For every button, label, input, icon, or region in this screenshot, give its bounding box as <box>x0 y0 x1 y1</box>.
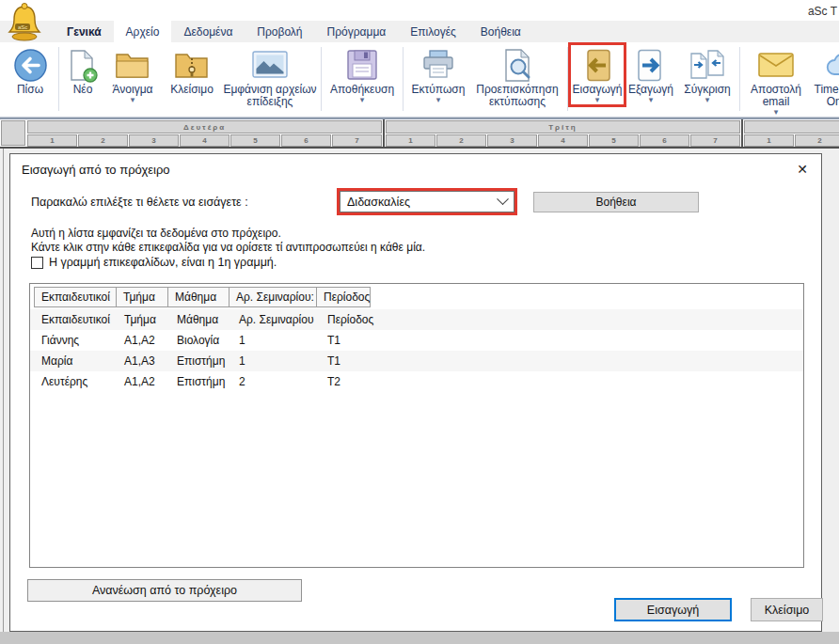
header-row-checkbox-label: Η γραμμή επικεφαλίδων, είναι η 1η γραμμή… <box>49 256 277 269</box>
chevron-down-icon <box>497 193 509 205</box>
cell-subject: Επιστήμη <box>169 354 231 368</box>
print-preview-icon <box>501 46 533 84</box>
tab-data[interactable]: Δεδομένα <box>171 21 245 42</box>
dropdown-caret-icon: ▾ <box>649 96 654 104</box>
import-type-dropdown[interactable]: Διδασκαλίες <box>340 191 514 212</box>
print-icon <box>421 46 455 84</box>
close-file-button[interactable]: Κλείσιμο <box>162 45 222 96</box>
clipboard-info-line2: Κάντε κλικ στην κάθε επικεφαλίδα για να … <box>31 241 425 254</box>
day-group-monday: Δευτέρα 1 2 3 4 5 6 7 <box>26 119 385 147</box>
import-icon <box>583 46 611 84</box>
open-button[interactable]: Άνοιγμα ▾ <box>103 45 162 104</box>
cell-seminar-no: Αρ. Σεμιναρίου <box>231 313 320 326</box>
column-header-seminar-no[interactable]: Αρ. Σεμιναρίου: <box>229 287 317 307</box>
day-name-label: Δευτέρα <box>27 120 382 134</box>
period-cell: 2 <box>436 134 486 147</box>
cell-class: Α1,Α2 <box>117 375 169 388</box>
table-row[interactable]: Γιάννης Α1,Α2 Βιολογία 1 Τ1 <box>30 330 803 351</box>
column-header-subject[interactable]: Μάθημα <box>167 287 230 307</box>
asc-bell-logo-icon: aSc <box>7 2 42 45</box>
tab-schedule[interactable]: Πρόγραμμα <box>315 21 399 42</box>
tab-options[interactable]: Επιλογές <box>398 21 468 42</box>
table-row[interactable]: Εκπαιδευτικοί Τμήμα Μάθημα Αρ. Σεμιναρίο… <box>30 309 803 330</box>
print-preview-label: Προεπισκόπηση εκτύπωσης <box>470 84 564 108</box>
title-bar: aSc T <box>0 0 839 21</box>
import-confirm-button[interactable]: Εισαγωγή <box>614 598 732 621</box>
period-cell: 4 <box>538 134 588 147</box>
cell-seminar-no: 1 <box>231 354 320 368</box>
print-preview-button[interactable]: Προεπισκόπηση εκτύπωσης <box>470 45 564 108</box>
send-email-button[interactable]: Αποστολή email ▾ <box>743 45 809 117</box>
open-folder-icon <box>115 46 150 84</box>
ribbon-separator <box>567 47 568 111</box>
import-button-ribbon[interactable]: Εισαγωγή ▾ <box>571 45 624 104</box>
cell-class: Α1,Α2 <box>117 334 169 347</box>
cell-seminar-no: 1 <box>231 334 320 347</box>
close-file-icon <box>174 46 210 84</box>
period-cell: 1 <box>386 134 435 147</box>
send-email-icon <box>758 46 794 84</box>
save-icon <box>346 46 378 84</box>
ribbon-separator <box>321 47 322 111</box>
import-from-clipboard-dialog: Εισαγωγή από το πρόχειρο ✕ Παρακαλώ επιλ… <box>9 153 822 632</box>
period-cell: 4 <box>180 134 230 147</box>
new-label: Νέο <box>73 84 93 96</box>
tab-general[interactable]: Γενικά <box>55 21 114 42</box>
tab-view[interactable]: Προβολή <box>245 21 314 42</box>
period-cell: 6 <box>640 134 689 147</box>
period-cell: 5 <box>230 134 280 147</box>
cell-period: Τ1 <box>320 354 374 368</box>
period-cell: 6 <box>281 134 331 147</box>
ribbon-toolbar: Πίσω Νέο Άνοιγμα ▾ <box>0 42 839 118</box>
column-header-teachers[interactable]: Εκπαιδευτικοί <box>34 287 117 307</box>
timetable-left-border <box>3 149 4 632</box>
period-cell: 7 <box>690 134 740 147</box>
save-button[interactable]: Αποθήκευση ▾ <box>325 45 400 104</box>
compare-button[interactable]: Σύγκριση ▾ <box>678 45 736 104</box>
new-button[interactable]: Νέο <box>62 45 103 96</box>
cell-subject: Μάθημα <box>169 313 231 326</box>
period-cell: 2 <box>78 134 128 147</box>
svg-text:aSc: aSc <box>18 24 27 30</box>
timetable-header-strip: Δευτέρα 1 2 3 4 5 6 7 Τρίτη 1 2 3 4 5 6 … <box>0 118 839 149</box>
table-row[interactable]: Μαρία Α1,Α3 Επιστήμη 1 Τ1 <box>30 351 803 371</box>
show-demo-files-button[interactable]: Εμφάνιση αρχείων επίδειξης <box>222 45 318 108</box>
close-file-label: Κλείσιμο <box>170 84 214 96</box>
cell-subject: Επιστήμη <box>169 375 231 388</box>
ribbon-separator <box>403 47 404 111</box>
cell-teachers: Εκπαιδευτικοί <box>34 313 117 326</box>
send-email-label: Αποστολή email <box>743 84 809 108</box>
period-cell: 5 <box>589 134 639 147</box>
cell-teachers: Γιάννης <box>34 334 117 347</box>
period-cell: 2 <box>795 134 839 147</box>
dropdown-caret-icon: ▾ <box>131 96 135 104</box>
table-row[interactable]: Λευτέρης Α1,Α2 Επιστήμη 2 Τ2 <box>30 371 803 392</box>
tab-help[interactable]: Βοήθεια <box>468 21 533 42</box>
timetables-online-button[interactable]: TimeTables Online <box>809 45 839 108</box>
close-icon[interactable]: ✕ <box>791 159 814 180</box>
clipboard-info-line1: Αυτή η λίστα εμφανίζει τα δεδομένα στο π… <box>31 227 281 240</box>
column-header-class[interactable]: Τμήμα <box>116 287 168 307</box>
header-row-checkbox[interactable] <box>31 257 43 269</box>
day-name-label: Τρίτη <box>386 120 740 134</box>
dropdown-caret-icon: ▾ <box>705 96 710 104</box>
export-button[interactable]: Εξαγωγή ▾ <box>624 45 678 104</box>
cell-teachers: Λευτέρης <box>34 375 117 388</box>
help-button[interactable]: Βοήθεια <box>533 192 699 212</box>
bottom-background-strip <box>0 632 839 644</box>
back-button[interactable]: Πίσω <box>5 45 55 96</box>
cell-seminar-no: 2 <box>231 375 320 388</box>
refresh-from-clipboard-button[interactable]: Ανανέωση από το πρόχειρο <box>27 579 302 602</box>
column-header-period[interactable]: Περίοδος <box>316 287 371 307</box>
close-dialog-button[interactable]: Κλείσιμο <box>751 598 823 621</box>
day-name-label <box>744 120 839 134</box>
tab-file[interactable]: Αρχείο <box>114 21 172 42</box>
compare-icon <box>689 46 725 84</box>
cell-period: Περίοδος <box>320 313 374 326</box>
print-button[interactable]: Εκτύπωση ▾ <box>406 45 470 104</box>
period-cell: 1 <box>744 134 794 147</box>
dropdown-caret-icon: ▾ <box>360 96 365 104</box>
period-cell: 3 <box>129 134 179 147</box>
cell-period: Τ1 <box>320 334 374 347</box>
period-cell: 1 <box>27 134 77 147</box>
